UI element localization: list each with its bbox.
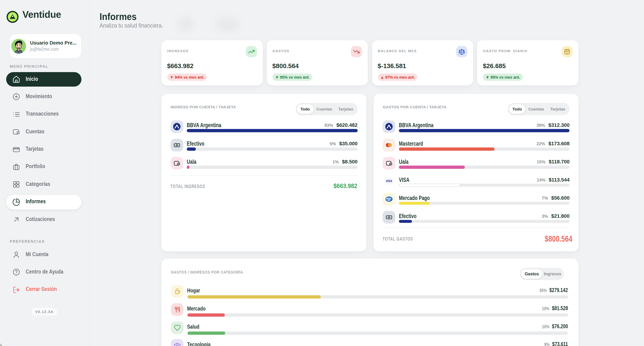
svg-text:VISA: VISA xyxy=(386,179,392,183)
